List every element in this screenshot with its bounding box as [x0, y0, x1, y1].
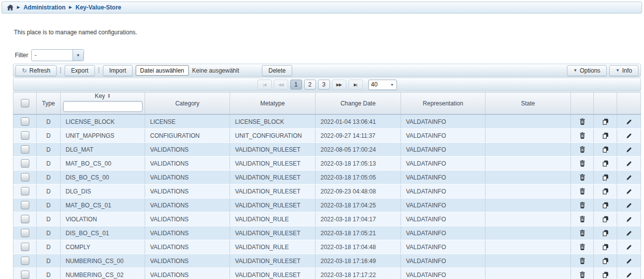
- info-dropdown-button[interactable]: ▼ Info: [609, 65, 639, 76]
- copy-row-button[interactable]: [600, 131, 610, 141]
- delete-row-button[interactable]: [577, 270, 587, 279]
- delete-row-button[interactable]: [577, 173, 587, 183]
- representation-cell: VALDATAINFO: [401, 171, 485, 185]
- copy-row-button[interactable]: [600, 173, 610, 183]
- choose-file-button[interactable]: Datei auswählen: [136, 65, 189, 76]
- copy-row-button[interactable]: [600, 186, 610, 196]
- key-cell: COMPLY: [61, 240, 145, 254]
- category-cell: VALIDATIONS: [145, 185, 230, 198]
- delete-row-button[interactable]: [577, 242, 587, 252]
- next-page-button[interactable]: ▶▶: [332, 80, 346, 90]
- key-filter-input[interactable]: [63, 101, 143, 112]
- last-page-button[interactable]: ▶|: [348, 80, 363, 90]
- edit-pencil-icon[interactable]: [624, 173, 634, 183]
- category-cell: VALIDATIONS: [145, 240, 230, 254]
- options-dropdown-button[interactable]: ▼ Options: [567, 65, 607, 76]
- type-cell: D: [37, 240, 61, 254]
- delete-row-button[interactable]: [577, 145, 587, 155]
- key-cell: VIOLATION: [61, 212, 145, 226]
- copy-row-button[interactable]: [600, 145, 610, 155]
- copy-row-button[interactable]: [600, 159, 610, 169]
- copy-row-button[interactable]: [600, 228, 610, 238]
- delete-row-button[interactable]: [577, 228, 587, 238]
- edit-pencil-icon[interactable]: [624, 270, 634, 279]
- delete-row-button[interactable]: [577, 200, 587, 210]
- row-checkbox[interactable]: [21, 145, 29, 154]
- category-cell: VALIDATIONS: [145, 198, 230, 212]
- row-checkbox[interactable]: [21, 215, 29, 223]
- edit-action-cell: [617, 157, 641, 171]
- column-header-copy-actions: [594, 93, 617, 115]
- row-checkbox[interactable]: [21, 201, 29, 209]
- delete-row-button[interactable]: [577, 131, 587, 141]
- row-checkbox[interactable]: [21, 173, 29, 182]
- row-checkbox[interactable]: [21, 229, 29, 237]
- copy-action-cell: [594, 171, 617, 185]
- edit-pencil-icon[interactable]: [624, 145, 634, 155]
- copy-icon: [602, 244, 609, 250]
- delete-row-button[interactable]: [577, 117, 587, 127]
- table-row: D VIOLATION VALIDATIONS VALIDATION_RULE …: [13, 212, 641, 226]
- page-button-3[interactable]: 3: [318, 80, 330, 90]
- select-all-checkbox[interactable]: [21, 99, 29, 107]
- refresh-button[interactable]: ↻ Refresh: [15, 65, 57, 76]
- copy-row-button[interactable]: [600, 242, 610, 252]
- copy-row-button[interactable]: [600, 214, 610, 224]
- category-cell: VALIDATIONS: [145, 212, 230, 226]
- column-header-key[interactable]: Key ▲ ▼: [61, 93, 145, 115]
- filter-select[interactable]: - ▼: [31, 49, 84, 61]
- edit-pencil-icon[interactable]: [624, 117, 634, 127]
- row-checkbox[interactable]: [21, 257, 29, 265]
- table-row: D DIS_BO_CS_01 VALIDATIONS VALIDATION_RU…: [13, 226, 641, 240]
- toolbar-right-group: ▼ Options ▼ Info: [567, 65, 639, 76]
- delete-row-button[interactable]: [577, 159, 587, 169]
- page-button-1[interactable]: 1: [290, 80, 302, 90]
- delete-row-button[interactable]: [577, 214, 587, 224]
- edit-pencil-icon[interactable]: [624, 242, 634, 252]
- edit-pencil-icon[interactable]: [624, 159, 634, 169]
- change-date-cell: 2022-03-18 17:05:13: [316, 157, 401, 171]
- edit-pencil-icon[interactable]: [624, 186, 634, 196]
- page-button-2[interactable]: 2: [304, 80, 316, 90]
- metatype-cell: VALIDATION_RULESET: [230, 157, 316, 171]
- delete-row-button[interactable]: [577, 186, 587, 196]
- copy-row-button[interactable]: [600, 117, 610, 127]
- page-size-select[interactable]: 40 ▼: [368, 80, 397, 90]
- state-cell: [485, 268, 571, 279]
- breadcrumb-item-key-value-store[interactable]: Key-Value-Store: [76, 4, 121, 11]
- copy-row-button[interactable]: [600, 200, 610, 210]
- edit-pencil-icon[interactable]: [624, 228, 634, 238]
- row-checkbox[interactable]: [21, 131, 29, 140]
- row-checkbox[interactable]: [21, 243, 29, 251]
- edit-pencil-icon[interactable]: [624, 256, 634, 266]
- export-button[interactable]: Export: [65, 65, 95, 76]
- row-checkbox[interactable]: [21, 117, 29, 126]
- state-cell: [485, 212, 571, 226]
- home-icon[interactable]: [6, 4, 13, 11]
- column-header-delete-actions: [571, 93, 594, 115]
- row-checkbox[interactable]: [21, 271, 29, 279]
- import-button[interactable]: Import: [103, 65, 133, 76]
- type-cell: D: [37, 114, 61, 129]
- edit-pencil-icon[interactable]: [624, 200, 634, 210]
- breadcrumb-item-administration[interactable]: Administration: [23, 4, 66, 11]
- toolbar-separator-grip: [60, 67, 62, 74]
- state-cell: [485, 240, 571, 254]
- filter-dropdown-button[interactable]: ▼: [73, 50, 83, 61]
- copy-row-button[interactable]: [600, 256, 610, 266]
- sort-icon[interactable]: ▲ ▼: [107, 93, 110, 98]
- breadcrumb: ▶ Administration ▶ Key-Value-Store: [1, 1, 642, 13]
- metatype-cell: VALIDATION_RULE: [230, 240, 316, 254]
- previous-page-button[interactable]: ◀◀: [274, 80, 288, 90]
- column-header-metatype: Metatype: [230, 93, 316, 115]
- copy-row-button[interactable]: [600, 270, 610, 279]
- delete-button[interactable]: Delete: [262, 65, 292, 76]
- delete-row-button[interactable]: [577, 256, 587, 266]
- row-checkbox[interactable]: [21, 159, 29, 168]
- row-checkbox[interactable]: [21, 187, 29, 195]
- edit-pencil-icon[interactable]: [624, 131, 634, 141]
- first-page-button[interactable]: |◀: [257, 80, 272, 90]
- row-select-cell: [13, 114, 37, 129]
- edit-pencil-icon[interactable]: [624, 214, 634, 224]
- select-all-header: [13, 93, 37, 115]
